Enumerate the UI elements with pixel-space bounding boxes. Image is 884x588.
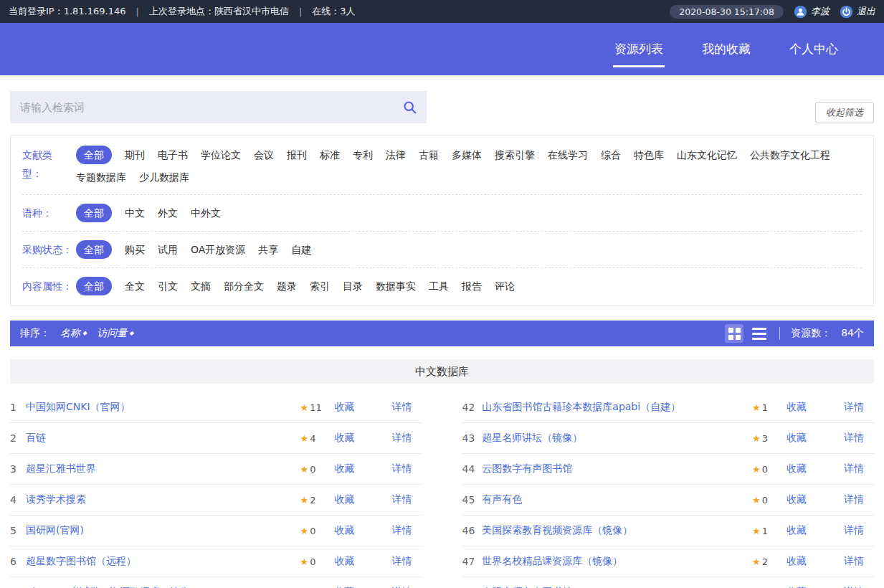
resource-name-link[interactable]: 有声有色 bbox=[482, 493, 522, 506]
filter-option[interactable]: 专利 bbox=[353, 146, 373, 163]
filter-option[interactable]: 数据事实 bbox=[376, 278, 416, 295]
nav-item[interactable]: 资源列表 bbox=[613, 23, 665, 75]
filter-option[interactable]: 报告 bbox=[462, 278, 482, 295]
sort-option[interactable]: 名称 ◆ bbox=[60, 327, 87, 340]
search-icon[interactable] bbox=[402, 100, 417, 115]
filter-option[interactable]: 在线学习 bbox=[548, 146, 588, 163]
detail-link[interactable]: 详情 bbox=[392, 432, 412, 445]
filter-option[interactable]: 搜索引擎 bbox=[495, 146, 535, 163]
sort-indicator-icon: ◆ bbox=[82, 331, 87, 336]
resource-name-link[interactable]: 世界名校精品课资源库（镜像） bbox=[482, 555, 622, 568]
filter-option[interactable]: 全部 bbox=[76, 240, 112, 259]
filter-option[interactable]: 工具 bbox=[429, 278, 449, 295]
collect-link[interactable]: 收藏 bbox=[335, 555, 359, 568]
filter-option[interactable]: 全部 bbox=[76, 146, 112, 164]
detail-link[interactable]: 详情 bbox=[392, 493, 412, 506]
collect-link[interactable]: 收藏 bbox=[786, 555, 811, 568]
collect-link[interactable]: 收藏 bbox=[335, 493, 359, 506]
filter-option[interactable]: 全文 bbox=[125, 278, 145, 295]
star-count-group: ★ 11 bbox=[300, 402, 335, 413]
filter-option[interactable]: 山东文化记忆 bbox=[677, 146, 737, 163]
online-count: 在线：3人 bbox=[312, 5, 355, 18]
topbar: 当前登录IP：1.81.169.146 | 上次登录地点：陕西省汉中市电信 | … bbox=[0, 0, 884, 23]
filter-option[interactable]: 引文 bbox=[158, 278, 178, 295]
logout-button[interactable]: 退出 bbox=[840, 5, 875, 19]
detail-link[interactable]: 详情 bbox=[844, 463, 864, 475]
star-icon: ★ bbox=[300, 464, 309, 475]
resource-number: 46 bbox=[462, 525, 475, 536]
filter-option[interactable]: OA开放资源 bbox=[191, 241, 245, 258]
resource-name-link[interactable]: 超星汇雅书世界 bbox=[26, 463, 96, 475]
filter-option[interactable]: 法律 bbox=[386, 146, 406, 163]
filter-option[interactable]: 学位论文 bbox=[201, 146, 241, 163]
filter-option[interactable]: 中外文 bbox=[191, 204, 221, 222]
filter-option[interactable]: 全部 bbox=[76, 277, 112, 295]
filter-option[interactable]: 专题数据库 bbox=[76, 169, 126, 186]
detail-link[interactable]: 详情 bbox=[392, 401, 412, 414]
filter-option[interactable]: 外文 bbox=[158, 204, 178, 222]
resource-number: 44 bbox=[462, 463, 475, 475]
user-menu[interactable]: 李波 bbox=[794, 5, 830, 19]
resource-name-link[interactable]: 超星数字图书馆（远程） bbox=[26, 555, 136, 568]
detail-link[interactable]: 详情 bbox=[844, 401, 864, 414]
resource-name-link[interactable]: 百链 bbox=[26, 432, 46, 445]
filter-option[interactable]: 题录 bbox=[277, 278, 297, 295]
filter-option[interactable]: 综合 bbox=[601, 146, 621, 163]
filter-option[interactable]: 古籍 bbox=[419, 146, 439, 163]
filter-option[interactable]: 试用 bbox=[158, 241, 178, 258]
detail-link[interactable]: 详情 bbox=[844, 555, 864, 568]
filter-option[interactable]: 索引 bbox=[310, 278, 330, 295]
resource-name-link[interactable]: 超星名师讲坛（镜像） bbox=[482, 432, 582, 445]
filter-option[interactable]: 全部 bbox=[76, 204, 112, 222]
filter-option[interactable]: 会议 bbox=[254, 146, 274, 163]
collect-link[interactable]: 收藏 bbox=[335, 524, 359, 537]
resource-name-link[interactable]: 美国探索教育视频资源库（镜像） bbox=[482, 524, 632, 537]
filter-option[interactable]: 共享 bbox=[258, 241, 278, 258]
resource-name-link[interactable]: 中国知网CNKI（官网） bbox=[26, 401, 130, 414]
collect-link[interactable]: 收藏 bbox=[335, 401, 359, 414]
collect-link[interactable]: 收藏 bbox=[335, 432, 359, 445]
filter-option[interactable]: 自建 bbox=[291, 241, 311, 258]
grid-view-icon[interactable] bbox=[725, 324, 743, 343]
resource-number: 4 bbox=[10, 494, 19, 506]
collect-link[interactable]: 收藏 bbox=[786, 401, 811, 414]
filter-option[interactable]: 部分全文 bbox=[224, 278, 264, 295]
resource-name-link[interactable]: 国研网(官网) bbox=[26, 524, 84, 537]
collect-link[interactable]: 收藏 bbox=[786, 432, 811, 445]
filter-option[interactable]: 购买 bbox=[125, 241, 145, 258]
resource-name-link[interactable]: 读秀学术搜索 bbox=[26, 493, 86, 506]
collect-link[interactable]: 收藏 bbox=[335, 463, 359, 475]
resource-name-link[interactable]: 云图数字有声图书馆 bbox=[482, 463, 572, 475]
detail-link[interactable]: 详情 bbox=[392, 555, 412, 568]
filter-option[interactable]: 目录 bbox=[343, 278, 363, 295]
star-count-group: ★ 0 bbox=[752, 495, 786, 506]
filter-option[interactable]: 公共数字文化工程 bbox=[750, 146, 830, 163]
nav-item[interactable]: 我的收藏 bbox=[700, 23, 752, 75]
filter-option[interactable]: 评论 bbox=[495, 278, 515, 295]
detail-link[interactable]: 详情 bbox=[392, 463, 412, 475]
list-view-icon[interactable] bbox=[750, 324, 769, 343]
sort-option[interactable]: 访问量 ◆ bbox=[97, 327, 133, 340]
search-input[interactable] bbox=[10, 91, 427, 123]
detail-link[interactable]: 详情 bbox=[844, 524, 864, 537]
filter-option[interactable]: 中文 bbox=[125, 204, 145, 222]
detail-link[interactable]: 详情 bbox=[844, 493, 864, 506]
collapse-filter-button[interactable]: 收起筛选 bbox=[815, 102, 874, 123]
collect-link[interactable]: 收藏 bbox=[786, 463, 811, 475]
detail-link[interactable]: 详情 bbox=[392, 524, 412, 537]
nav-item[interactable]: 个人中心 bbox=[788, 23, 840, 75]
filter-option[interactable]: 电子书 bbox=[158, 146, 188, 163]
filter-option[interactable]: 标准 bbox=[320, 146, 340, 163]
filter-option[interactable]: 多媒体 bbox=[452, 146, 482, 163]
detail-link[interactable]: 详情 bbox=[844, 432, 864, 445]
collect-link[interactable]: 收藏 bbox=[786, 493, 811, 506]
filter-option[interactable]: 报刊 bbox=[287, 146, 307, 163]
collect-link[interactable]: 收藏 bbox=[786, 524, 811, 537]
filter-option[interactable]: 期刊 bbox=[125, 146, 145, 163]
filter-option[interactable]: 文摘 bbox=[191, 278, 211, 295]
star-count-group: ★ 1 bbox=[752, 402, 786, 413]
filter-option[interactable]: 少儿数据库 bbox=[139, 169, 189, 186]
resource-name-link[interactable]: 山东省图书馆古籍珍本数据库apabi（自建） bbox=[482, 401, 680, 414]
filter-option[interactable]: 特色库 bbox=[634, 146, 664, 163]
resource-row: 42 山东省图书馆古籍珍本数据库apabi（自建） ★ 1 收藏 详情 bbox=[462, 392, 875, 423]
